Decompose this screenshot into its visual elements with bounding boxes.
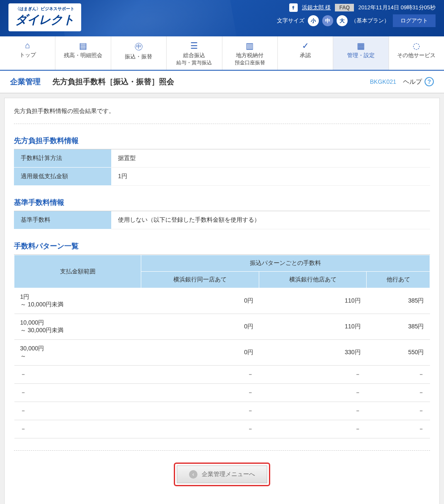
col-same-branch: 横浜銀行同一店あて	[141, 272, 259, 288]
table-row: －－－－	[14, 420, 430, 438]
logout-button[interactable]: ログアウト	[393, 14, 436, 27]
document-icon: ▤	[57, 41, 109, 51]
table-row: 10,000円 ～ 30,000円未満0円110円385円	[14, 314, 430, 340]
user-icon: ｻ	[289, 3, 298, 12]
logo-subtitle: 〈はまぎん〉ビジネスサポート	[15, 6, 74, 12]
nav-approval[interactable]: ✓承認	[278, 36, 333, 70]
home-icon: ⌂	[2, 41, 53, 50]
category-label: 企業管理	[10, 77, 41, 87]
section1-title: 先方負担手数料情報	[14, 136, 430, 149]
back-to-menu-button[interactable]: ‹ 企業管理メニューへ	[177, 465, 267, 483]
table-row: 手数料計算方法据置型	[14, 149, 430, 168]
col-range: 支払金額範囲	[14, 255, 141, 288]
section2-title: 基準手数料情報	[14, 198, 430, 211]
table-row: 基準手数料使用しない（以下に登録した手数料金額を使用する）	[14, 211, 430, 229]
section3-title: 手数料パターン一覧	[14, 241, 430, 255]
description: 先方負担手数料情報の照会結果です。	[14, 107, 430, 124]
nav-tax[interactable]: ▥地方税納付預金口座振替	[222, 36, 278, 70]
table-row: －－－－	[14, 366, 430, 384]
col-group: 振込パターンごとの手数料	[141, 255, 430, 272]
main-nav: ⌂トップ ▤残高・明細照会 ㊥振込・振替 ☰総合振込給与・賞与振込 ▥地方税納付…	[0, 36, 444, 71]
table-row: 1円 ～ 10,000円未満0円110円385円	[14, 288, 430, 314]
page-title: 先方負担手数料［振込・振替］照会	[52, 77, 174, 87]
nav-top[interactable]: ⌂トップ	[0, 36, 55, 70]
table-row: －－－－	[14, 384, 430, 402]
content-area: 先方負担手数料情報の照会結果です。 先方負担手数料情報 手数料計算方法据置型 適…	[0, 94, 444, 504]
bank-icon: ▥	[224, 41, 276, 51]
yen-icon: ㊥	[113, 41, 164, 52]
logo[interactable]: 〈はまぎん〉ビジネスサポート ダイレクト	[8, 3, 81, 31]
help-link[interactable]: ヘルプ?	[403, 77, 434, 86]
fee-pattern-table: 支払金額範囲 振込パターンごとの手数料 横浜銀行同一店あて 横浜銀行他店あて 他…	[14, 255, 430, 438]
font-size-label: 文字サイズ	[277, 17, 304, 25]
coins-icon: ☰	[168, 41, 220, 51]
screen-code: BKGK021	[370, 78, 396, 85]
chevron-left-icon: ‹	[189, 470, 197, 479]
action-row: ‹ 企業管理メニューへ	[14, 450, 430, 495]
building-icon: ▦	[335, 41, 386, 51]
table-row: －－－－	[14, 402, 430, 420]
nav-balance[interactable]: ▤残高・明細照会	[55, 36, 111, 70]
font-size-small[interactable]: 小	[308, 15, 319, 26]
font-size-medium[interactable]: 中	[322, 15, 333, 26]
subheader: 企業管理 先方負担手数料［振込・振替］照会 BKGK021 ヘルプ?	[0, 71, 444, 94]
nav-bulk-transfer[interactable]: ☰総合振込給与・賞与振込	[167, 36, 222, 70]
faq-button[interactable]: FAQ	[335, 4, 354, 11]
datetime: 2012年11月14日 09時31分05秒	[358, 4, 436, 11]
check-icon: ✓	[280, 41, 331, 51]
nav-other[interactable]: ◌その他サービス	[389, 36, 444, 70]
table-row: 適用最低支払金額1円	[14, 168, 430, 186]
user-name-link[interactable]: 浜銀太郎 様	[302, 4, 331, 11]
card: 先方負担手数料情報の照会結果です。 先方負担手数料情報 手数料計算方法据置型 適…	[4, 98, 440, 504]
fee-info-table: 手数料計算方法据置型 適用最低支払金額1円	[14, 149, 430, 186]
logo-main: ダイレクト	[15, 12, 74, 28]
col-other-bank: 他行あて	[367, 272, 430, 288]
col-other-branch: 横浜銀行他店あて	[259, 272, 367, 288]
font-size-large[interactable]: 大	[337, 15, 348, 26]
base-fee-table: 基準手数料使用しない（以下に登録した手数料金額を使用する）	[14, 211, 430, 229]
table-row: 30,000円 ～0円330円550円	[14, 340, 430, 366]
nav-transfer[interactable]: ㊥振込・振替	[111, 36, 167, 70]
circle-icon: ◌	[391, 41, 442, 51]
menu-button-highlight: ‹ 企業管理メニューへ	[174, 463, 270, 486]
header: 〈はまぎん〉ビジネスサポート ダイレクト ｻ 浜銀太郎 様 FAQ 2012年1…	[0, 0, 444, 36]
plan-label: （基本プラン）	[351, 17, 389, 25]
help-icon: ?	[425, 77, 434, 86]
nav-settings[interactable]: ▦管理・設定	[333, 36, 389, 70]
